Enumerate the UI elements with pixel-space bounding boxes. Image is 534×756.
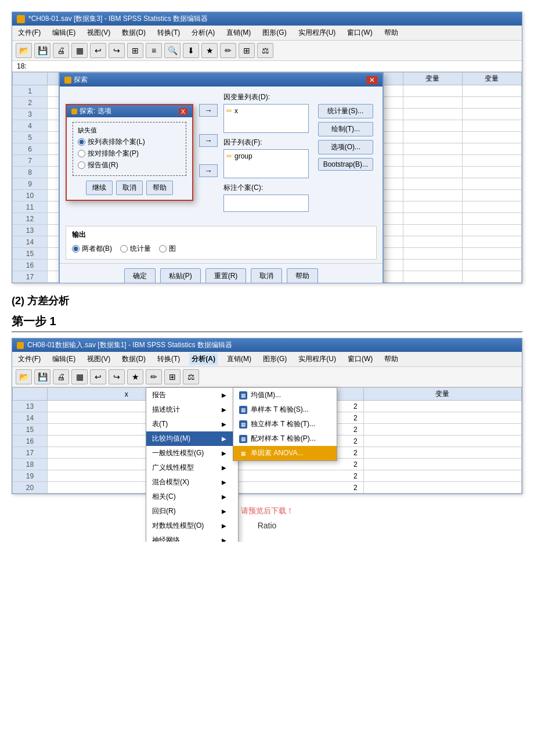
menu-transform-b[interactable]: 转换(T): [155, 353, 182, 365]
toolbar-chart-btn[interactable]: ★: [201, 43, 218, 58]
menu-transform[interactable]: 转换(T): [155, 27, 182, 39]
toolbar-open-btn-b[interactable]: 📂: [16, 369, 32, 384]
dep-listbox[interactable]: ✏ x: [223, 104, 309, 133]
toolbar-redo-btn[interactable]: ↪: [109, 43, 125, 58]
toolbar-undo-btn[interactable]: ↩: [90, 43, 106, 58]
arrow-dep-btn[interactable]: →: [199, 104, 218, 117]
menu-view[interactable]: 视图(V): [85, 27, 113, 39]
subdialog-continue-btn[interactable]: 继续: [86, 181, 113, 195]
menu-item-mixedmod[interactable]: 混合模型(X) ▶: [146, 475, 238, 489]
menu-item-neuralnet[interactable]: 神经网络 ▶: [146, 533, 238, 542]
plots-btn[interactable]: 绘制(T)...: [318, 122, 373, 136]
case-listbox[interactable]: [223, 195, 309, 212]
output-radio-both-input[interactable]: [72, 245, 80, 253]
menu-item-tables[interactable]: 表(T) ▶: [146, 417, 238, 431]
dialog-paste-btn[interactable]: 粘贴(P): [160, 268, 201, 283]
dialog-explore-close-btn[interactable]: ✕: [366, 76, 378, 84]
subdialog-cancel-btn[interactable]: 取消: [116, 181, 143, 195]
menu-file[interactable]: 文件(F): [16, 27, 43, 39]
menu-item-glm[interactable]: 一般线性模型(G) ▶: [146, 446, 238, 460]
menu-directmarketing-b[interactable]: 直销(M): [225, 353, 254, 365]
menu-utilities[interactable]: 实用程序(U): [296, 27, 338, 39]
menu-analyze-b[interactable]: 分析(A): [189, 353, 218, 365]
toolbar-chart-btn-b[interactable]: ★: [127, 369, 143, 384]
toolbar-split-btn-b[interactable]: ⊞: [164, 369, 181, 384]
menu-help[interactable]: 帮助: [382, 27, 400, 39]
submenu-means[interactable]: ▦ 均值(M)...: [233, 388, 337, 402]
output-radio-stats[interactable]: 统计量: [120, 244, 151, 254]
toolbar-redo-btn-b[interactable]: ↪: [109, 369, 125, 384]
dialog-ok-btn[interactable]: 确定: [124, 268, 156, 283]
col-header-var-b[interactable]: 变量: [363, 388, 521, 401]
subdialog-close-btn[interactable]: X: [179, 108, 187, 115]
toolbar-open-btn[interactable]: 📂: [16, 43, 32, 58]
menu-analyze[interactable]: 分析(A): [189, 27, 217, 39]
toolbar-goto-btn[interactable]: ⊞: [127, 43, 143, 58]
subdialog-help-btn[interactable]: 帮助: [146, 181, 173, 195]
toolbar-weight-btn-b[interactable]: ⚖: [183, 369, 199, 384]
menu-edit-b[interactable]: 编辑(E): [50, 353, 78, 365]
dialog-reset-btn[interactable]: 重置(R): [205, 268, 247, 283]
submenu-oneway-anova[interactable]: ▦ 单因素 ANOVA...: [233, 446, 337, 460]
output-radio-plots[interactable]: 图: [159, 244, 176, 254]
menu-file-b[interactable]: 文件(F): [16, 353, 43, 365]
menu-data-b[interactable]: 数据(D): [120, 353, 148, 365]
arrow-factor-btn[interactable]: →: [199, 134, 218, 147]
submenu-onesample-t[interactable]: ▦ 单样本 T 检验(S)...: [233, 402, 337, 417]
toolbar-print-btn[interactable]: 🖨: [53, 43, 69, 58]
arrow-case-btn[interactable]: →: [199, 164, 218, 177]
menu-utilities-b[interactable]: 实用程序(U): [296, 353, 338, 365]
radio-pairwise[interactable]: 按对排除个案(P): [78, 149, 181, 159]
radio-pairwise-input[interactable]: [78, 150, 85, 157]
menu-item-descriptive[interactable]: 描述统计 ▶: [146, 402, 238, 417]
menu-item-comparemeans[interactable]: 比较均值(M) ▶: [146, 431, 238, 446]
toolbar-select-btn-b[interactable]: ✏: [146, 369, 162, 384]
dialog-cancel-btn[interactable]: 取消: [251, 268, 282, 283]
toolbar-split-btn[interactable]: ⊞: [239, 43, 255, 58]
stats-btn[interactable]: 统计量(S)...: [318, 104, 373, 118]
menu-window[interactable]: 窗口(W): [345, 27, 374, 39]
radio-report-input[interactable]: [78, 161, 85, 169]
toolbar-down-btn[interactable]: ⬇: [183, 43, 199, 58]
radio-report[interactable]: 报告值(R): [78, 160, 181, 170]
output-radio-both[interactable]: 两者都(B): [72, 244, 112, 254]
menu-view-b[interactable]: 视图(V): [85, 353, 113, 365]
menu-item-regression[interactable]: 回归(R) ▶: [146, 504, 238, 519]
menu-window-b[interactable]: 窗口(W): [345, 353, 375, 365]
toolbar-find-btn[interactable]: 🔍: [164, 43, 181, 58]
options-btn[interactable]: 选项(O)...: [318, 140, 373, 154]
factor-listbox[interactable]: ✏ group: [223, 149, 309, 178]
menu-graphs-b[interactable]: 图形(G): [261, 353, 289, 365]
output-radio-plots-input[interactable]: [159, 245, 167, 253]
spss-menubar-top[interactable]: 文件(F) 编辑(E) 视图(V) 数据(D) 转换(T) 分析(A) 直销(M…: [12, 26, 522, 41]
menu-item-report[interactable]: 报告 ▶: [146, 388, 238, 402]
radio-listwise[interactable]: 按列表排除个案(L): [78, 137, 181, 147]
submenu-pairedsample-t[interactable]: ▦ 配对样本 T 检验(P)...: [233, 431, 337, 446]
dialog-help-btn[interactable]: 帮助: [287, 268, 318, 283]
menu-directmarketing[interactable]: 直销(M): [224, 27, 253, 39]
toolbar-save-btn-b[interactable]: 💾: [34, 369, 50, 384]
col-header-var6[interactable]: 变量: [462, 73, 521, 85]
toolbar-vars-btn[interactable]: ≡: [146, 43, 162, 58]
menu-edit[interactable]: 编辑(E): [50, 27, 78, 39]
menu-graphs[interactable]: 图形(G): [260, 27, 288, 39]
toolbar-save-btn[interactable]: 💾: [34, 43, 50, 58]
menu-item-genlinmod[interactable]: 广义线性模型 ▶: [146, 460, 238, 475]
menu-item-loglinear[interactable]: 对数线性模型(O) ▶: [146, 519, 238, 533]
output-radio-stats-input[interactable]: [120, 245, 128, 253]
radio-listwise-input[interactable]: [78, 138, 85, 146]
toolbar-recall-btn-b[interactable]: ▦: [71, 369, 88, 384]
toolbar-recall-btn[interactable]: ▦: [71, 43, 88, 58]
menu-item-correlate[interactable]: 相关(C) ▶: [146, 489, 238, 504]
col-header-var5[interactable]: 变量: [403, 73, 462, 85]
menu-help-b[interactable]: 帮助: [382, 353, 400, 365]
row-num: 10: [13, 190, 48, 201]
bootstrap-btn[interactable]: Bootstrap(B)...: [318, 158, 373, 171]
toolbar-print-btn-b[interactable]: 🖨: [53, 369, 69, 384]
spss-menubar-bottom[interactable]: 文件(F) 编辑(E) 视图(V) 数据(D) 转换(T) 分析(A) 直销(M…: [12, 352, 522, 367]
menu-data[interactable]: 数据(D): [120, 27, 148, 39]
toolbar-weight-btn[interactable]: ⚖: [257, 43, 273, 58]
toolbar-undo-btn-b[interactable]: ↩: [90, 369, 106, 384]
toolbar-select-btn[interactable]: ✏: [220, 43, 236, 58]
submenu-indsample-t[interactable]: ▦ 独立样本 T 检验(T)...: [233, 417, 337, 431]
